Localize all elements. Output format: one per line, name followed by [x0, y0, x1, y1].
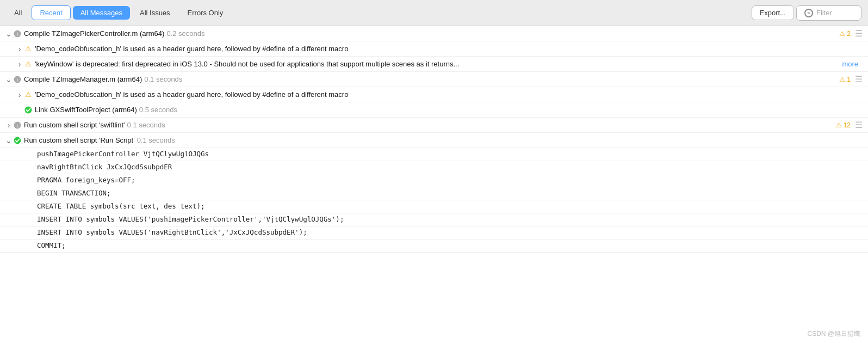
warning-icon: ⚠ — [24, 45, 33, 53]
warning-badge: ⚠1 — [839, 76, 851, 83]
row-label: Run custom shell script 'Run Script'0.1 … — [24, 136, 863, 144]
log-row[interactable]: Link GXSwiftToolProject (arm64)0.5 secon… — [0, 102, 868, 118]
chevron-right-icon[interactable]: › — [15, 60, 24, 69]
warning-badge: ⚠12 — [836, 121, 851, 129]
log-row[interactable]: ⌄iCompile TZImagePickerController.m (arm… — [0, 26, 868, 41]
script-output-line: PRAGMA foreign_keys=OFF; — [0, 174, 868, 187]
log-row[interactable]: ›⚠'keyWindow' is deprecated: first depre… — [0, 57, 868, 72]
chevron-down-icon[interactable]: ⌄ — [4, 29, 13, 38]
row-label: 'Demo_codeObfuscation_h' is used as a he… — [35, 45, 863, 53]
row-menu-icon[interactable]: ☰ — [855, 28, 863, 39]
tab-all-messages[interactable]: All Messages — [73, 6, 130, 20]
log-row[interactable]: ⌄Run custom shell script 'Run Script'0.1… — [0, 133, 868, 148]
log-row[interactable]: ⌄iCompile TZImageManager.m (arm64)0.1 se… — [0, 72, 868, 87]
log-row[interactable]: ›iRun custom shell script 'swiftlint'0.1… — [0, 118, 868, 133]
info-icon: i — [13, 75, 22, 84]
warning-icon: ⚠ — [24, 60, 33, 69]
script-output-line: INSERT INTO symbols VALUES('pushImagePic… — [0, 213, 868, 226]
tab-errors-only[interactable]: Errors Only — [180, 6, 231, 20]
row-label: 'Demo_codeObfuscation_h' is used as a he… — [35, 90, 863, 99]
script-output-line: CREATE TABLE symbols(src text, des text)… — [0, 200, 868, 213]
row-menu-icon[interactable]: ☰ — [855, 120, 863, 130]
chevron-down-icon[interactable]: ⌄ — [4, 75, 13, 84]
check-icon — [24, 106, 33, 114]
script-output-line: navRightBtnClick JxCxJQcdSsubpdER — [0, 161, 868, 174]
chevron-placeholder — [15, 106, 24, 114]
row-label: Link GXSwiftToolProject (arm64)0.5 secon… — [35, 106, 863, 114]
log-row[interactable]: ›⚠'Demo_codeObfuscation_h' is used as a … — [0, 41, 868, 57]
more-link[interactable]: more — [842, 60, 858, 68]
chevron-right-icon[interactable]: › — [15, 90, 24, 99]
watermark-text: CSDN @旭日猎鹰 — [807, 329, 860, 339]
tab-all[interactable]: All — [7, 6, 29, 20]
chevron-right-icon[interactable]: › — [15, 45, 24, 53]
tab-all-issues[interactable]: All Issues — [132, 6, 178, 20]
check-icon — [13, 136, 22, 145]
row-right-area: ⚠1☰ — [839, 74, 868, 84]
row-label: Compile TZImageManager.m (arm64)0.1 seco… — [24, 75, 839, 83]
row-label: 'keyWindow' is deprecated: first depreca… — [35, 60, 842, 68]
warning-icon: ⚠ — [24, 90, 33, 99]
info-icon: i — [13, 29, 22, 38]
row-menu-icon[interactable]: ☰ — [855, 74, 863, 84]
export-button[interactable]: Export... — [752, 5, 794, 20]
svg-text:i: i — [17, 123, 18, 128]
filter-input-wrapper[interactable]: ≡ Filter — [796, 5, 861, 21]
row-label: Compile TZImagePickerController.m (arm64… — [24, 29, 839, 38]
warning-badge: ⚠2 — [839, 30, 851, 38]
filter-icon: ≡ — [804, 9, 813, 17]
script-output-line: INSERT INTO symbols VALUES('navRightBtnC… — [0, 226, 868, 240]
row-right-area: ⚠2☰ — [839, 28, 868, 39]
script-output-line: BEGIN TRANSACTION; — [0, 187, 868, 200]
chevron-right-icon[interactable]: › — [4, 121, 13, 130]
filter-placeholder: Filter — [816, 9, 832, 17]
chevron-down-icon[interactable]: ⌄ — [4, 136, 13, 145]
tab-recent[interactable]: Recent — [32, 5, 70, 20]
svg-point-4 — [25, 106, 32, 113]
svg-point-7 — [14, 137, 21, 144]
log-row[interactable]: ›⚠'Demo_codeObfuscation_h' is used as a … — [0, 87, 868, 102]
svg-text:i: i — [17, 32, 18, 37]
toolbar: All Recent All Messages All Issues Error… — [0, 0, 868, 26]
row-right-area: ⚠12☰ — [836, 120, 868, 130]
svg-text:i: i — [17, 77, 18, 83]
info-icon: i — [13, 121, 22, 130]
row-label: Run custom shell script 'swiftlint'0.1 s… — [24, 121, 836, 129]
script-output-line: pushImagePickerController VjtQClywUglOJQ… — [0, 148, 868, 161]
build-log-content: ⌄iCompile TZImagePickerController.m (arm… — [0, 26, 868, 343]
script-output-line: COMMIT; — [0, 240, 868, 253]
